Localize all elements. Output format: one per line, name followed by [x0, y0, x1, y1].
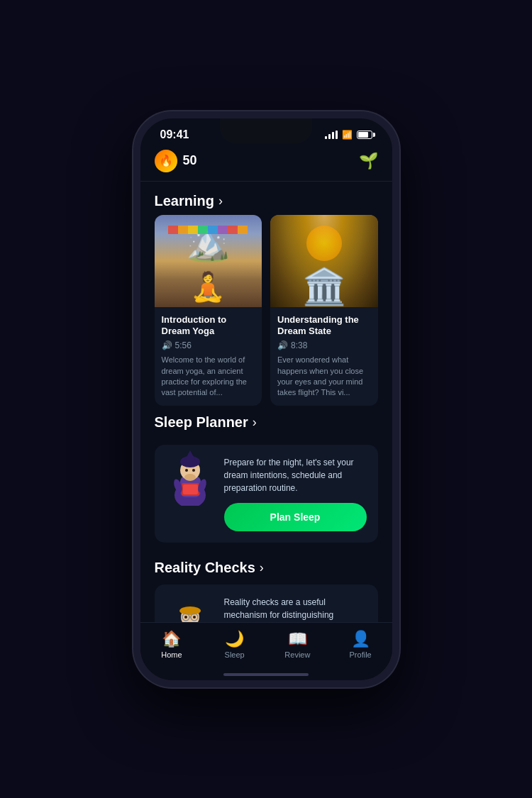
card-2-duration: 🔊 8:38: [277, 340, 371, 350]
sleep-label: Sleep: [225, 650, 245, 659]
sleep-planner-section-header[interactable]: Sleep Planner ›: [140, 406, 392, 436]
card-2-image: 🏛: [270, 215, 378, 307]
home-label: Home: [161, 650, 182, 659]
card-1-desc: Welcome to the world of dream yoga, an a…: [162, 355, 255, 399]
reality-checks-text: Reality checks are a useful mechanism fo…: [224, 596, 367, 622]
audio-icon-2: 🔊: [277, 340, 288, 350]
screen: 09:41 📶 🔥 50: [140, 118, 392, 680]
nav-item-sleep[interactable]: 🌙 Sleep: [203, 630, 266, 659]
svg-point-7: [184, 474, 196, 481]
flame-icon: 🔥: [155, 150, 177, 172]
home-icon: 🏠: [162, 630, 181, 648]
profile-icon: 👤: [351, 630, 370, 648]
learning-section-header[interactable]: Learning ›: [140, 184, 392, 215]
header-divider: [140, 181, 392, 182]
svg-marker-4: [183, 450, 197, 463]
audio-icon-1: 🔊: [162, 340, 172, 350]
svg-point-5: [185, 469, 188, 472]
home-indicator: [223, 673, 309, 676]
nav-item-home[interactable]: 🏠 Home: [140, 630, 204, 659]
sleep-planner-chevron-icon[interactable]: ›: [253, 415, 257, 430]
nav-item-profile[interactable]: 👤 Profile: [329, 630, 392, 659]
profile-label: Profile: [350, 650, 372, 659]
svg-rect-9: [183, 484, 198, 494]
svg-point-6: [192, 469, 195, 472]
card-1-body: Introduction to Dream Yoga 🔊 5:56 Welcom…: [155, 307, 262, 406]
leaf-icon: 🌱: [359, 152, 378, 170]
reality-checks-content: Reality checks are a useful mechanism fo…: [224, 596, 367, 622]
main-content[interactable]: Learning ›: [140, 184, 392, 622]
header-left: 🔥 50: [155, 150, 197, 172]
reality-checks-chevron-icon[interactable]: ›: [260, 560, 264, 575]
learning-chevron-icon[interactable]: ›: [218, 194, 223, 209]
sleep-planner-title: Sleep Planner: [155, 414, 248, 431]
review-icon: 📖: [288, 630, 307, 648]
nav-item-review[interactable]: 📖 Review: [266, 630, 329, 659]
status-bar: 09:41 📶: [140, 118, 392, 144]
reality-checks-section-header[interactable]: Reality Checks ›: [140, 551, 392, 582]
prayer-flags: [155, 226, 262, 240]
svg-point-20: [184, 616, 187, 619]
learning-card-2[interactable]: 🏛 Understanding the Dream State 🔊 8:38 E…: [270, 215, 378, 406]
phone-frame: 09:41 📶 🔥 50: [133, 111, 399, 687]
reality-checks-card: Reality checks are a useful mechanism fo…: [155, 584, 378, 622]
svg-point-21: [193, 616, 196, 619]
card-1-image: [155, 215, 262, 307]
card-2-body: Understanding the Dream State 🔊 8:38 Eve…: [270, 307, 378, 406]
learning-cards-container: Introduction to Dream Yoga 🔊 5:56 Welcom…: [140, 215, 392, 406]
battery-icon: [357, 131, 372, 139]
bottom-nav: 🏠 Home 🌙 Sleep 📖 Review 👤 Profile: [140, 622, 392, 673]
reality-checks-mascot: [166, 596, 216, 622]
card-1-title: Introduction to Dream Yoga: [162, 314, 255, 338]
card-1-duration: 🔊 5:56: [162, 340, 255, 350]
plan-sleep-button[interactable]: Plan Sleep: [224, 503, 367, 531]
card-2-desc: Ever wondered what happens when you clos…: [277, 355, 371, 399]
status-time: 09:41: [160, 128, 189, 141]
signal-bars-icon: [325, 131, 338, 139]
sleep-planner-card: Prepare for the night, let's set your dr…: [155, 445, 378, 543]
learning-card-1[interactable]: Introduction to Dream Yoga 🔊 5:56 Welcom…: [155, 215, 262, 406]
status-icons: 📶: [325, 130, 372, 140]
wifi-icon: 📶: [342, 130, 353, 140]
card-2-title: Understanding the Dream State: [277, 314, 371, 338]
app-header: 🔥 50 🌱: [140, 144, 392, 178]
sleep-planner-mascot: [166, 449, 216, 506]
sleep-planner-text: Prepare for the night, let's set your dr…: [224, 456, 367, 494]
learning-title: Learning: [155, 193, 214, 209]
review-label: Review: [284, 650, 310, 659]
score-display: 50: [183, 153, 197, 168]
sleep-planner-content: Prepare for the night, let's set your dr…: [224, 456, 367, 531]
svg-point-16: [179, 606, 201, 615]
reality-checks-title: Reality Checks: [155, 560, 255, 576]
sleep-icon: 🌙: [225, 630, 244, 648]
